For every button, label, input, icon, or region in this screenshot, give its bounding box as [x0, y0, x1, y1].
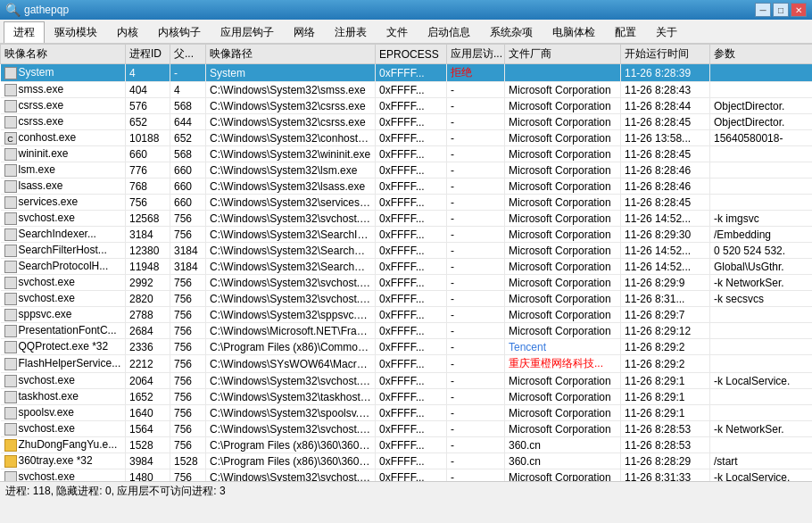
- table-row[interactable]: QQProtect.exe *322336756C:\Program Files…: [1, 339, 813, 355]
- table-row[interactable]: lsass.exe768660C:\Windows\System32\lsass…: [1, 178, 813, 195]
- maximize-button[interactable]: □: [773, 3, 789, 17]
- table-row[interactable]: ZhuDongFangYu.e...1528756C:\Program File…: [1, 437, 813, 453]
- process-param: [710, 355, 813, 373]
- table-row[interactable]: csrss.exe652644C:\Windows\System32\csrss…: [1, 114, 813, 130]
- menu-item-6[interactable]: 注册表: [325, 21, 377, 43]
- process-name-text: csrss.exe: [19, 115, 64, 128]
- table-row[interactable]: services.exe756660C:\Windows\System32\se…: [1, 195, 813, 211]
- column-header-1[interactable]: 进程ID: [126, 45, 170, 64]
- menu-bar: 进程驱动模块内核内核钩子应用层钩子网络注册表文件启动信息系统杂项电脑体检配置关于: [0, 20, 812, 44]
- process-vendor: Microsoft Corporation: [505, 162, 621, 178]
- menu-item-2[interactable]: 内核: [107, 21, 148, 43]
- table-row[interactable]: wininit.exe660568C:\Windows\System32\win…: [1, 146, 813, 162]
- table-row[interactable]: System4-System0xFFFF...拒绝11-26 8:28:39: [1, 64, 813, 82]
- column-header-3[interactable]: 映像路径: [206, 45, 376, 64]
- column-header-7[interactable]: 开始运行时间: [621, 45, 710, 64]
- process-ppid: 756: [170, 355, 206, 373]
- column-header-5[interactable]: 应用层访...: [447, 45, 505, 64]
- menu-item-5[interactable]: 网络: [284, 21, 325, 43]
- table-row[interactable]: Cconhost.exe10188652C:\Windows\System32\…: [1, 130, 813, 146]
- process-vendor: 重庆重橙网络科技...: [505, 355, 621, 373]
- process-alayer: -: [447, 453, 505, 469]
- table-row[interactable]: SearchFilterHost...123803184C:\Windows\S…: [1, 243, 813, 259]
- close-button[interactable]: ✕: [791, 3, 807, 17]
- table-row[interactable]: svchost.exe12568756C:\Windows\System32\s…: [1, 211, 813, 227]
- process-name: System: [1, 64, 126, 82]
- column-header-2[interactable]: 父...: [170, 45, 206, 64]
- table-row[interactable]: 360tray.exe *3239841528C:\Program Files …: [1, 453, 813, 469]
- process-eprocess: 0xFFFF...: [376, 275, 447, 291]
- menu-item-10[interactable]: 电脑体检: [543, 21, 605, 43]
- process-icon: [4, 471, 17, 481]
- table-row[interactable]: sppsvc.exe2788756C:\Windows\System32\spp…: [1, 307, 813, 323]
- title-bar: 🔍 gathepqp ─ □ ✕: [0, 0, 812, 20]
- menu-item-0[interactable]: 进程: [4, 21, 45, 43]
- table-row[interactable]: csrss.exe576568C:\Windows\System32\csrss…: [1, 98, 813, 114]
- title-text: gathepqp: [24, 4, 755, 16]
- process-path: C:\Program Files (x86)\Common Fil...: [206, 339, 376, 355]
- column-header-0[interactable]: 映像名称: [1, 45, 126, 64]
- table-row[interactable]: taskhost.exe1652756C:\Windows\System32\t…: [1, 389, 813, 405]
- process-eprocess: 0xFFFF...: [376, 339, 447, 355]
- menu-item-4[interactable]: 应用层钩子: [211, 21, 284, 43]
- process-path: C:\Windows\System32\SearchProt...: [206, 259, 376, 275]
- menu-item-11[interactable]: 配置: [605, 21, 646, 43]
- process-name: FlashHelperService...: [1, 355, 126, 373]
- menu-item-3[interactable]: 内核钩子: [148, 21, 211, 43]
- table-row[interactable]: svchost.exe2064756C:\Windows\System32\sv…: [1, 373, 813, 389]
- process-name-text: conhost.exe: [19, 131, 77, 144]
- table-row[interactable]: lsm.exe776660C:\Windows\System32\lsm.exe…: [1, 162, 813, 178]
- table-container: 映像名称进程ID父...映像路径EPROCESS应用层访...文件厂商开始运行时…: [0, 44, 812, 481]
- process-path: C:\Windows\System32\lsm.exe: [206, 162, 376, 178]
- process-vendor: Microsoft Corporation: [505, 323, 621, 339]
- table-row[interactable]: svchost.exe2992756C:\Windows\System32\sv…: [1, 275, 813, 291]
- menu-item-9[interactable]: 系统杂项: [480, 21, 543, 43]
- table-row[interactable]: svchost.exe1480756C:\Windows\System32\sv…: [1, 469, 813, 482]
- column-header-4[interactable]: EPROCESS: [376, 45, 447, 64]
- table-row[interactable]: svchost.exe2820756C:\Windows\System32\sv…: [1, 291, 813, 307]
- process-alayer: -: [447, 259, 505, 275]
- table-row[interactable]: spoolsv.exe1640756C:\Windows\System32\sp…: [1, 405, 813, 421]
- process-pid: 660: [126, 146, 170, 162]
- process-ppid: 756: [170, 373, 206, 389]
- process-eprocess: 0xFFFF...: [376, 453, 447, 469]
- process-path: C:\Windows\System32\wininit.exe: [206, 146, 376, 162]
- process-name: svchost.exe: [1, 211, 126, 227]
- process-vendor: Microsoft Corporation: [505, 389, 621, 405]
- process-alayer: -: [447, 373, 505, 389]
- status-bar: 进程: 118, 隐藏进程: 0, 应用层不可访问进程: 3: [0, 481, 812, 501]
- process-alayer: -: [447, 243, 505, 259]
- process-path: C:\Program Files (x86)\360\360Sa...: [206, 437, 376, 453]
- table-row[interactable]: SearchIndexer...3184756C:\Windows\System…: [1, 227, 813, 243]
- process-name: lsm.exe: [1, 162, 126, 178]
- process-ppid: 756: [170, 307, 206, 323]
- table-row[interactable]: svchost.exe1564756C:\Windows\System32\sv…: [1, 421, 813, 437]
- process-time: 11-26 8:31...: [621, 291, 710, 307]
- table-row[interactable]: SearchProtocolH...119483184C:\Windows\Sy…: [1, 259, 813, 275]
- process-path: System: [206, 64, 376, 82]
- menu-item-8[interactable]: 启动信息: [418, 21, 480, 43]
- process-name-text: csrss.exe: [19, 99, 64, 112]
- process-icon: [4, 116, 17, 129]
- process-param: /Embedding: [710, 227, 813, 243]
- menu-item-7[interactable]: 文件: [377, 21, 418, 43]
- process-eprocess: 0xFFFF...: [376, 469, 447, 482]
- table-row[interactable]: PresentationFontC...2684756C:\Windows\Mi…: [1, 323, 813, 339]
- process-param: [710, 178, 813, 195]
- minimize-button[interactable]: ─: [755, 3, 771, 17]
- table-row[interactable]: smss.exe4044C:\Windows\System32\smss.exe…: [1, 82, 813, 98]
- table-row[interactable]: FlashHelperService...2212756C:\Windows\S…: [1, 355, 813, 373]
- column-header-6[interactable]: 文件厂商: [505, 45, 621, 64]
- process-name-text: taskhost.exe: [19, 390, 79, 403]
- process-pid: 1564: [126, 421, 170, 437]
- column-header-8[interactable]: 参数: [710, 45, 813, 64]
- menu-item-12[interactable]: 关于: [646, 21, 687, 43]
- menu-item-1[interactable]: 驱动模块: [45, 21, 107, 43]
- process-name: smss.exe: [1, 82, 126, 98]
- process-time: 11-26 8:29:7: [621, 307, 710, 323]
- process-icon: [4, 148, 17, 161]
- process-icon: [4, 180, 17, 193]
- process-name: ZhuDongFangYu.e...: [1, 437, 126, 453]
- process-name: svchost.exe: [1, 275, 126, 291]
- process-vendor: Microsoft Corporation: [505, 259, 621, 275]
